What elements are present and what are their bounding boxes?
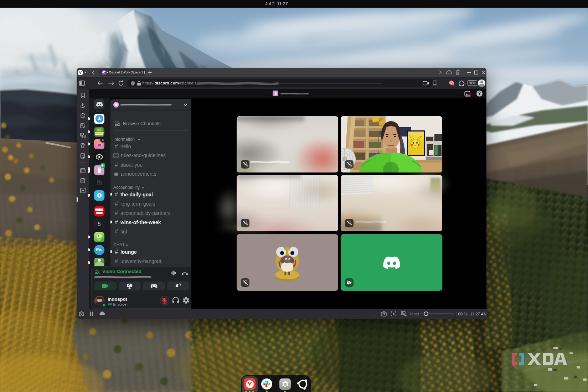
svg-text:文: 文	[83, 135, 86, 138]
